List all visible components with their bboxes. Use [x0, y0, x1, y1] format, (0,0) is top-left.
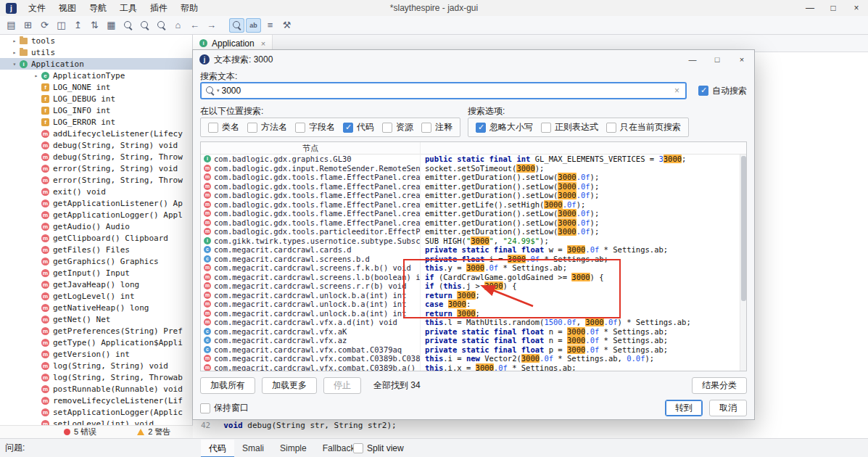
search-result-row[interactable]: mcom.badlogic.gdx.tools.flame.EffectPane… [201, 200, 740, 210]
menu-item[interactable]: 视图 [52, 0, 83, 16]
search-result-row[interactable]: mcom.megacrit.cardcrawl.screens.l.b(bool… [201, 273, 740, 282]
expand-arrow-icon[interactable]: ▸ [10, 38, 19, 44]
split-view-checkbox[interactable]: Split view [353, 439, 404, 457]
node-column-header[interactable]: 节点 [201, 142, 421, 155]
tree-item[interactable]: maddLifecycleListener(Lifecy [0, 128, 192, 139]
menu-item[interactable]: 文件 [22, 0, 52, 16]
search-result-row[interactable]: mcom.badlogic.gdx.tools.particleeditor.E… [201, 227, 740, 236]
menu-item[interactable]: 工具 [113, 0, 144, 16]
warning-count[interactable]: 2 警告 [148, 427, 170, 437]
tree-item[interactable]: fLOG_NONE int [0, 81, 192, 93]
load-more-button[interactable]: 加载更多 [262, 377, 317, 394]
tree-item[interactable]: mgetAudio() Audio [0, 221, 192, 232]
class-search-icon[interactable] [120, 18, 136, 33]
tree-item[interactable]: mgetFiles() Files [0, 244, 192, 255]
dialog-titlebar[interactable]: j 文本搜索: 3000 — □ × [193, 50, 754, 69]
result-classify-button[interactable]: 结果分类 [692, 377, 747, 394]
search-result-row[interactable]: ccom.megacrit.cardcrawl.vfx.aKprivate st… [201, 327, 740, 337]
comment-search-icon[interactable] [154, 18, 169, 33]
search-result-row[interactable]: mcom.badlogic.gdx.tools.flame.EffectPane… [201, 218, 740, 228]
code-search-icon[interactable] [137, 18, 152, 33]
tree-item[interactable]: mdebug(String, String, Throw [0, 151, 192, 162]
dialog-minimize-button[interactable]: — [680, 50, 705, 69]
search-result-row[interactable]: mcom.megacrit.cardcrawl.unlock.b.a(int) … [201, 309, 740, 318]
add-files-icon[interactable]: ⊞ [20, 18, 36, 33]
search-result-row[interactable]: mcom.megacrit.cardcrawl.screens.r.r(b) v… [201, 281, 740, 291]
deobfuscation-icon[interactable]: ab [246, 18, 261, 33]
search-option-checkbox[interactable]: 注释 [421, 121, 452, 133]
search-result-row[interactable]: mcom.megacrit.cardcrawl.screens.f.k.b() … [201, 263, 740, 273]
reload-icon[interactable]: ⟳ [37, 18, 52, 33]
menu-item[interactable]: 插件 [144, 0, 174, 16]
search-result-row[interactable]: mcom.badlogic.gdx.input.RemoteSender.Rem… [201, 164, 740, 173]
tree-item[interactable]: mgetApplicationLogger() Appl [0, 209, 192, 221]
close-button[interactable]: × [845, 0, 868, 16]
tree-item[interactable]: mgetVersion() int [0, 348, 192, 360]
search-option-checkbox[interactable]: 资源 [382, 121, 413, 133]
scrollbar-thumb[interactable] [741, 156, 746, 301]
menu-item[interactable]: 导航 [83, 0, 113, 16]
tree-item[interactable]: merror(String, String) void [0, 162, 192, 174]
search-result-row[interactable]: mcom.megacrit.cardcrawl.vfx.combat.C0389… [201, 354, 740, 363]
bottom-tab[interactable]: 代码 [201, 440, 234, 457]
search-input[interactable] [222, 86, 671, 96]
issues-label[interactable]: 问题: [5, 442, 25, 454]
dialog-close-button[interactable]: × [729, 50, 754, 69]
search-result-row[interactable]: ccom.megacrit.cardcrawl.screens.b.dpriva… [201, 255, 740, 264]
tree-item[interactable]: fLOG_DEBUG int [0, 93, 192, 104]
tree-item[interactable]: mgetLogLevel() int [0, 290, 192, 302]
tree-item[interactable]: mlog(String, String, Throwab [0, 371, 192, 383]
search-result-row[interactable]: mcom.badlogic.gdx.tools.flame.EffectPane… [201, 209, 740, 218]
search-option-checkbox[interactable]: 字段名 [295, 121, 335, 133]
tree-item[interactable]: mexit() void [0, 186, 192, 197]
forward-icon[interactable]: → [204, 18, 219, 33]
goto-button[interactable]: 转到 [665, 400, 703, 416]
search-result-row[interactable]: mcom.megacrit.cardcrawl.vfx.combat.C0389… [201, 363, 740, 371]
search-result-row[interactable]: mcom.megacrit.cardcrawl.vfx.a.d(int) voi… [201, 318, 740, 327]
tree-item[interactable]: ▸eApplicationType [0, 70, 192, 81]
search-option-checkbox[interactable]: 正则表达式 [541, 121, 598, 133]
tree-item[interactable]: ▸utils [0, 46, 192, 58]
expand-arrow-icon[interactable]: ▸ [10, 49, 19, 56]
tree-item[interactable]: mremoveLifecycleListener(Lif [0, 395, 192, 406]
keep-window-checkbox[interactable]: 保持窗口 [200, 402, 249, 414]
search-result-row[interactable]: mcom.megacrit.cardcrawl.unlock.b.a(int) … [201, 291, 740, 300]
preferences-icon[interactable]: ⚒ [279, 18, 294, 33]
text-search-icon[interactable] [229, 18, 244, 33]
results-scrollbar[interactable] [740, 155, 746, 371]
clear-search-icon[interactable]: × [673, 86, 681, 96]
bottom-tab[interactable]: Smali [234, 440, 272, 457]
bottom-tab[interactable]: Simple [272, 440, 315, 457]
tree-item[interactable]: mgetClipboard() Clipboard [0, 232, 192, 244]
tree-item[interactable]: merror(String, String, Throw [0, 174, 192, 186]
search-result-row[interactable]: icom.badlogic.gdx.graphics.GL30public st… [201, 155, 740, 164]
tree-item[interactable]: mgetGraphics() Graphics [0, 255, 192, 267]
search-option-checkbox[interactable]: 只在当前页搜索 [606, 121, 681, 133]
search-option-checkbox[interactable]: 方法名 [247, 121, 287, 133]
open-project-icon[interactable]: ▤ [4, 18, 19, 33]
search-field[interactable]: ▾ × [200, 82, 687, 99]
search-result-row[interactable]: mcom.megacrit.cardcrawl.unlock.b.a(int) … [201, 300, 740, 309]
tree-item[interactable]: mlog(String, String) void [0, 360, 192, 371]
tree-item[interactable]: mgetPreferences(String) Pref [0, 325, 192, 337]
tree-item[interactable]: mgetInput() Input [0, 267, 192, 279]
minimize-button[interactable]: — [798, 0, 822, 16]
save-all-icon[interactable]: ◫ [54, 18, 69, 33]
tree-item[interactable]: mgetJavaHeap() long [0, 279, 192, 290]
search-result-row[interactable]: icom.gikk.twirk.types.usernotice.subtype… [201, 236, 740, 246]
collapse-arrow-icon[interactable]: ▾ [10, 61, 19, 67]
auto-search-checkbox[interactable]: 自动搜索 [698, 85, 747, 97]
cancel-button[interactable]: 取消 [709, 400, 747, 416]
search-result-row[interactable]: mcom.badlogic.gdx.tools.flame.EffectPane… [201, 182, 740, 192]
heap-usage-icon[interactable]: ▦ [104, 18, 119, 33]
export-icon[interactable]: ↥ [70, 18, 86, 33]
dialog-maximize-button[interactable]: □ [705, 50, 729, 69]
search-option-checkbox[interactable]: 类名 [208, 121, 239, 133]
tree-item[interactable]: msetLogLevel(int) void [0, 418, 192, 425]
load-all-button[interactable]: 加载所有 [200, 377, 255, 394]
tab-close-icon[interactable]: × [261, 39, 265, 48]
search-option-checkbox[interactable]: 代码 [343, 121, 374, 133]
search-option-checkbox[interactable]: 忽略大小写 [476, 121, 533, 133]
menu-item[interactable]: 帮助 [174, 0, 204, 16]
tree-item[interactable]: msetApplicationLogger(Applic [0, 406, 192, 418]
